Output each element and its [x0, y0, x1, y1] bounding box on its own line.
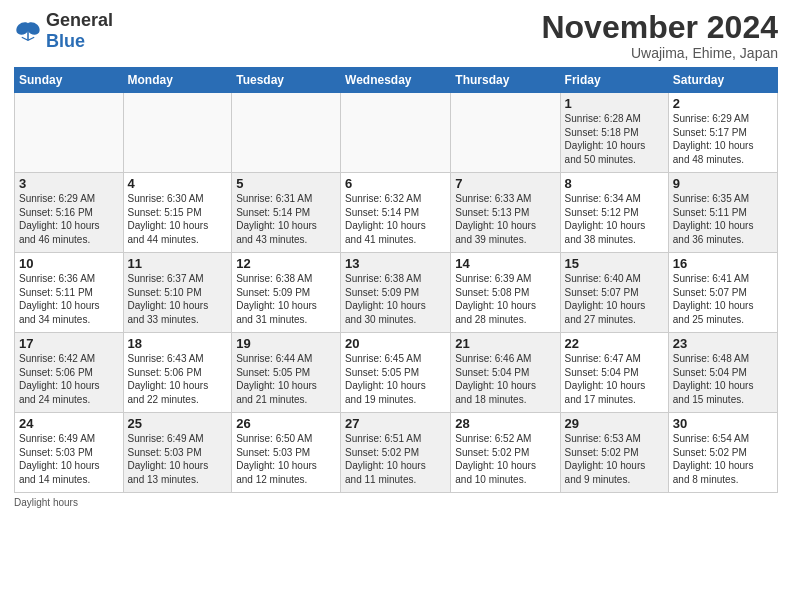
- day-number: 4: [128, 176, 228, 191]
- day-number: 24: [19, 416, 119, 431]
- footer-note: Daylight hours: [14, 497, 778, 508]
- calendar-cell: 30Sunrise: 6:54 AM Sunset: 5:02 PM Dayli…: [668, 413, 777, 493]
- calendar-cell: 27Sunrise: 6:51 AM Sunset: 5:02 PM Dayli…: [341, 413, 451, 493]
- col-header-wednesday: Wednesday: [341, 68, 451, 93]
- day-info: Sunrise: 6:31 AM Sunset: 5:14 PM Dayligh…: [236, 192, 336, 246]
- col-header-friday: Friday: [560, 68, 668, 93]
- col-header-tuesday: Tuesday: [232, 68, 341, 93]
- col-header-saturday: Saturday: [668, 68, 777, 93]
- day-number: 25: [128, 416, 228, 431]
- day-number: 9: [673, 176, 773, 191]
- day-info: Sunrise: 6:54 AM Sunset: 5:02 PM Dayligh…: [673, 432, 773, 486]
- col-header-thursday: Thursday: [451, 68, 560, 93]
- calendar-cell: 13Sunrise: 6:38 AM Sunset: 5:09 PM Dayli…: [341, 253, 451, 333]
- calendar-cell: 26Sunrise: 6:50 AM Sunset: 5:03 PM Dayli…: [232, 413, 341, 493]
- day-info: Sunrise: 6:43 AM Sunset: 5:06 PM Dayligh…: [128, 352, 228, 406]
- calendar-week-row: 1Sunrise: 6:28 AM Sunset: 5:18 PM Daylig…: [15, 93, 778, 173]
- calendar-table: SundayMondayTuesdayWednesdayThursdayFrid…: [14, 67, 778, 493]
- day-number: 16: [673, 256, 773, 271]
- day-number: 29: [565, 416, 664, 431]
- calendar-cell: [15, 93, 124, 173]
- calendar-cell: 11Sunrise: 6:37 AM Sunset: 5:10 PM Dayli…: [123, 253, 232, 333]
- day-number: 30: [673, 416, 773, 431]
- calendar-cell: 8Sunrise: 6:34 AM Sunset: 5:12 PM Daylig…: [560, 173, 668, 253]
- calendar-cell: 6Sunrise: 6:32 AM Sunset: 5:14 PM Daylig…: [341, 173, 451, 253]
- day-info: Sunrise: 6:29 AM Sunset: 5:16 PM Dayligh…: [19, 192, 119, 246]
- calendar-cell: 5Sunrise: 6:31 AM Sunset: 5:14 PM Daylig…: [232, 173, 341, 253]
- calendar-cell: 16Sunrise: 6:41 AM Sunset: 5:07 PM Dayli…: [668, 253, 777, 333]
- day-number: 20: [345, 336, 446, 351]
- calendar-header-row: SundayMondayTuesdayWednesdayThursdayFrid…: [15, 68, 778, 93]
- day-info: Sunrise: 6:32 AM Sunset: 5:14 PM Dayligh…: [345, 192, 446, 246]
- day-info: Sunrise: 6:53 AM Sunset: 5:02 PM Dayligh…: [565, 432, 664, 486]
- calendar-cell: 7Sunrise: 6:33 AM Sunset: 5:13 PM Daylig…: [451, 173, 560, 253]
- day-info: Sunrise: 6:34 AM Sunset: 5:12 PM Dayligh…: [565, 192, 664, 246]
- calendar-cell: 3Sunrise: 6:29 AM Sunset: 5:16 PM Daylig…: [15, 173, 124, 253]
- day-info: Sunrise: 6:38 AM Sunset: 5:09 PM Dayligh…: [345, 272, 446, 326]
- day-info: Sunrise: 6:42 AM Sunset: 5:06 PM Dayligh…: [19, 352, 119, 406]
- calendar-cell: 15Sunrise: 6:40 AM Sunset: 5:07 PM Dayli…: [560, 253, 668, 333]
- day-number: 18: [128, 336, 228, 351]
- calendar-cell: [232, 93, 341, 173]
- calendar-cell: [123, 93, 232, 173]
- calendar-cell: 17Sunrise: 6:42 AM Sunset: 5:06 PM Dayli…: [15, 333, 124, 413]
- day-number: 22: [565, 336, 664, 351]
- calendar-week-row: 24Sunrise: 6:49 AM Sunset: 5:03 PM Dayli…: [15, 413, 778, 493]
- day-number: 7: [455, 176, 555, 191]
- day-info: Sunrise: 6:30 AM Sunset: 5:15 PM Dayligh…: [128, 192, 228, 246]
- title-block: November 2024 Uwajima, Ehime, Japan: [541, 10, 778, 61]
- day-number: 12: [236, 256, 336, 271]
- day-number: 5: [236, 176, 336, 191]
- day-number: 3: [19, 176, 119, 191]
- day-number: 10: [19, 256, 119, 271]
- location-subtitle: Uwajima, Ehime, Japan: [541, 45, 778, 61]
- day-info: Sunrise: 6:39 AM Sunset: 5:08 PM Dayligh…: [455, 272, 555, 326]
- day-number: 6: [345, 176, 446, 191]
- day-number: 8: [565, 176, 664, 191]
- month-title: November 2024: [541, 10, 778, 45]
- day-info: Sunrise: 6:49 AM Sunset: 5:03 PM Dayligh…: [19, 432, 119, 486]
- day-number: 15: [565, 256, 664, 271]
- calendar-cell: 23Sunrise: 6:48 AM Sunset: 5:04 PM Dayli…: [668, 333, 777, 413]
- calendar-cell: 19Sunrise: 6:44 AM Sunset: 5:05 PM Dayli…: [232, 333, 341, 413]
- calendar-cell: 24Sunrise: 6:49 AM Sunset: 5:03 PM Dayli…: [15, 413, 124, 493]
- calendar-cell: 14Sunrise: 6:39 AM Sunset: 5:08 PM Dayli…: [451, 253, 560, 333]
- day-info: Sunrise: 6:40 AM Sunset: 5:07 PM Dayligh…: [565, 272, 664, 326]
- calendar-cell: 25Sunrise: 6:49 AM Sunset: 5:03 PM Dayli…: [123, 413, 232, 493]
- logo-text: General Blue: [46, 10, 113, 52]
- header: General Blue November 2024 Uwajima, Ehim…: [14, 10, 778, 61]
- calendar-cell: 1Sunrise: 6:28 AM Sunset: 5:18 PM Daylig…: [560, 93, 668, 173]
- calendar-cell: 21Sunrise: 6:46 AM Sunset: 5:04 PM Dayli…: [451, 333, 560, 413]
- day-number: 17: [19, 336, 119, 351]
- day-info: Sunrise: 6:44 AM Sunset: 5:05 PM Dayligh…: [236, 352, 336, 406]
- col-header-sunday: Sunday: [15, 68, 124, 93]
- day-info: Sunrise: 6:47 AM Sunset: 5:04 PM Dayligh…: [565, 352, 664, 406]
- logo: General Blue: [14, 10, 113, 52]
- calendar-cell: 2Sunrise: 6:29 AM Sunset: 5:17 PM Daylig…: [668, 93, 777, 173]
- day-number: 13: [345, 256, 446, 271]
- calendar-cell: 18Sunrise: 6:43 AM Sunset: 5:06 PM Dayli…: [123, 333, 232, 413]
- calendar-cell: 29Sunrise: 6:53 AM Sunset: 5:02 PM Dayli…: [560, 413, 668, 493]
- calendar-week-row: 3Sunrise: 6:29 AM Sunset: 5:16 PM Daylig…: [15, 173, 778, 253]
- day-number: 26: [236, 416, 336, 431]
- calendar-cell: 22Sunrise: 6:47 AM Sunset: 5:04 PM Dayli…: [560, 333, 668, 413]
- calendar-cell: 10Sunrise: 6:36 AM Sunset: 5:11 PM Dayli…: [15, 253, 124, 333]
- col-header-monday: Monday: [123, 68, 232, 93]
- day-number: 19: [236, 336, 336, 351]
- day-number: 28: [455, 416, 555, 431]
- day-info: Sunrise: 6:28 AM Sunset: 5:18 PM Dayligh…: [565, 112, 664, 166]
- day-number: 21: [455, 336, 555, 351]
- calendar-cell: 20Sunrise: 6:45 AM Sunset: 5:05 PM Dayli…: [341, 333, 451, 413]
- day-info: Sunrise: 6:35 AM Sunset: 5:11 PM Dayligh…: [673, 192, 773, 246]
- calendar-cell: [451, 93, 560, 173]
- day-info: Sunrise: 6:36 AM Sunset: 5:11 PM Dayligh…: [19, 272, 119, 326]
- day-number: 11: [128, 256, 228, 271]
- day-info: Sunrise: 6:50 AM Sunset: 5:03 PM Dayligh…: [236, 432, 336, 486]
- page: General Blue November 2024 Uwajima, Ehim…: [0, 0, 792, 612]
- day-number: 1: [565, 96, 664, 111]
- logo-bird-icon: [14, 20, 42, 42]
- calendar-week-row: 17Sunrise: 6:42 AM Sunset: 5:06 PM Dayli…: [15, 333, 778, 413]
- day-number: 14: [455, 256, 555, 271]
- calendar-cell: 9Sunrise: 6:35 AM Sunset: 5:11 PM Daylig…: [668, 173, 777, 253]
- day-info: Sunrise: 6:33 AM Sunset: 5:13 PM Dayligh…: [455, 192, 555, 246]
